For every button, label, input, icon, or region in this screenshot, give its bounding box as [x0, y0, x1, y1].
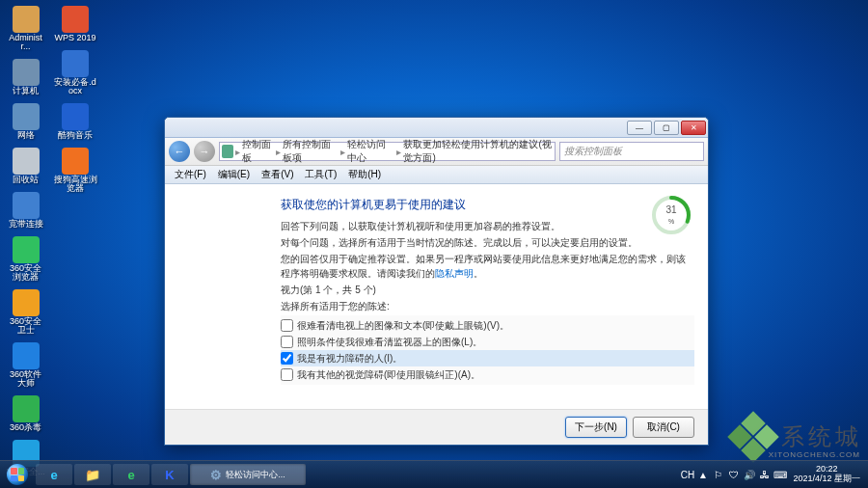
option-row[interactable]: 我是有视力障碍的人(I)。 — [281, 350, 694, 366]
icon-label: Administr... — [6, 34, 45, 51]
app-icon — [13, 395, 40, 422]
option-row[interactable]: 很难看清电视上的图像和文本(即使戴上眼镜)(V)。 — [281, 317, 694, 334]
icon-label: 360安全卫士 — [6, 317, 45, 335]
icon-label: 酷狗音乐 — [58, 131, 93, 140]
app-icon — [13, 289, 40, 316]
minimize-button[interactable]: — — [627, 121, 652, 135]
system-tray: CH▲⚐🛡🔊🖧⌨ 20:22 2021/4/12 星期一 — [677, 465, 868, 484]
taskbar-clock[interactable]: 20:22 2021/4/12 星期一 — [789, 465, 864, 484]
options-group: 很难看清电视上的图像和文本(即使戴上眼镜)(V)。照明条件使我很难看清监视器上的… — [281, 315, 694, 385]
tray-icon[interactable]: ⌨ — [773, 469, 786, 481]
clock-date: 2021/4/12 星期一 — [793, 474, 860, 484]
app-icon: ⚙ — [210, 468, 222, 482]
icon-label: 网络 — [17, 131, 35, 140]
icon-label: WPS 2019 — [54, 34, 95, 42]
section-step: 视力(第 1 个，共 5 个) — [281, 283, 694, 297]
app-icon — [13, 59, 40, 86]
taskbar-app-button[interactable]: e — [113, 464, 149, 485]
icon-label: 360软件大师 — [6, 370, 45, 388]
breadcrumb-item[interactable]: 所有控制面板项 — [283, 138, 339, 165]
option-checkbox[interactable] — [281, 368, 293, 381]
desktop-icons-column-2: WPS 2019安装必备.docx酷狗音乐搜狗高速浏览器 — [50, 4, 100, 199]
tray-icon[interactable]: CH — [681, 469, 693, 481]
app-icon — [13, 103, 40, 130]
cancel-button[interactable]: 取消(C) — [633, 417, 694, 438]
menu-item[interactable]: 查看(V) — [256, 168, 299, 181]
section-prompt: 选择所有适用于您的陈述: — [281, 299, 694, 313]
icon-label: 搜狗高速浏览器 — [52, 176, 98, 193]
desktop-icon[interactable]: 360安全浏览器 — [4, 234, 47, 284]
menu-item[interactable]: 文件(F) — [169, 168, 212, 181]
intro-text-2: 对每个问题，选择所有适用于当时情况的陈述。完成以后，可以决定要启用的设置。 — [281, 235, 694, 250]
window-titlebar[interactable]: — ▢ ✕ — [165, 118, 708, 138]
start-button[interactable] — [0, 461, 35, 488]
menu-item[interactable]: 编辑(E) — [212, 168, 256, 181]
tray-icon[interactable]: 🔊 — [743, 469, 755, 481]
watermark-subtext: XITONGCHENG.COM — [769, 450, 860, 459]
taskbar-app-button[interactable]: 📁 — [74, 464, 111, 485]
option-label: 照明条件使我很难看清监视器上的图像(L)。 — [297, 335, 482, 349]
close-button[interactable]: ✕ — [681, 121, 706, 135]
option-row[interactable]: 我有其他的视觉障碍(即使用眼镜纠正)(A)。 — [281, 366, 694, 383]
option-checkbox[interactable] — [281, 319, 293, 332]
desktop-icon[interactable]: 回收站 — [4, 146, 47, 186]
forward-button[interactable]: → — [194, 141, 215, 162]
desktop-icon[interactable]: 安装必备.docx — [50, 48, 100, 97]
desktop-icon[interactable]: 计算机 — [4, 57, 47, 97]
control-panel-window: — ▢ ✕ ← → ▸ 控制面板 ▸ 所有控制面板项 ▸ 轻松访问中心 ▸ 获取… — [164, 117, 709, 446]
tray-icon[interactable]: ⚐ — [712, 469, 724, 481]
breadcrumb[interactable]: ▸ 控制面板 ▸ 所有控制面板项 ▸ 轻松访问中心 ▸ 获取更加轻松使用计算机的… — [219, 142, 556, 161]
taskbar-app-button[interactable]: K — [151, 464, 188, 485]
menu-item[interactable]: 工具(T) — [299, 168, 342, 181]
app-icon: e — [50, 468, 57, 482]
taskbar[interactable]: e📁eK⚙轻松访问中心... CH▲⚐🛡🔊🖧⌨ 20:22 2021/4/12 … — [0, 460, 868, 488]
app-icon — [62, 6, 89, 33]
progress-unit: % — [668, 217, 674, 228]
back-button[interactable]: ← — [169, 141, 190, 162]
desktop-icon[interactable]: 搜狗高速浏览器 — [50, 146, 100, 195]
search-input[interactable]: 搜索控制面板 — [559, 142, 704, 161]
icon-label: 安装必备.docx — [52, 78, 98, 95]
page-heading: 获取使您的计算机更易于使用的建议 — [281, 196, 694, 213]
desktop-icon[interactable]: 网络 — [4, 101, 47, 142]
desktop-icons-column-1: Administr...计算机网络回收站宽带连接360安全浏览器360安全卫士3… — [4, 4, 47, 482]
desktop-icon[interactable]: 宽带连接 — [4, 190, 47, 230]
icon-label: 360杀毒 — [10, 423, 41, 432]
desktop-icon[interactable]: 酷狗音乐 — [50, 101, 100, 142]
taskbar-app-button[interactable]: ⚙轻松访问中心... — [190, 464, 306, 485]
icon-label: 宽带连接 — [9, 220, 43, 229]
maximize-button[interactable]: ▢ — [654, 121, 679, 135]
privacy-link[interactable]: 隐私声明 — [435, 268, 474, 279]
option-label: 很难看清电视上的图像和文本(即使戴上眼镜)(V)。 — [297, 318, 509, 333]
desktop-icon[interactable]: Administr... — [4, 4, 47, 53]
app-icon — [62, 103, 89, 130]
breadcrumb-item[interactable]: 控制面板 — [242, 138, 274, 165]
desktop-icon[interactable]: WPS 2019 — [50, 4, 100, 44]
desktop-icon[interactable]: 360杀毒 — [4, 393, 47, 434]
desktop: Administr...计算机网络回收站宽带连接360安全浏览器360安全卫士3… — [0, 0, 868, 488]
taskbar-app-button[interactable]: e — [36, 464, 72, 485]
tray-icon[interactable]: 🛡 — [727, 469, 740, 481]
desktop-icon[interactable]: 360安全卫士 — [4, 287, 47, 337]
menu-item[interactable]: 帮助(H) — [342, 168, 387, 181]
tray-icon[interactable]: ▲ — [696, 469, 709, 481]
icon-label: 计算机 — [13, 87, 39, 95]
option-label: 我是有视力障碍的人(I)。 — [297, 351, 402, 366]
next-button[interactable]: 下一步(N) — [565, 417, 627, 438]
tray-icon[interactable]: 🖧 — [758, 469, 771, 481]
intro-text-3: 您的回答仅用于确定推荐设置。如果另一程序或网站要使用此信息来更好地满足您的需求，… — [281, 252, 694, 281]
app-icon — [62, 50, 89, 77]
desktop-icon[interactable]: 360软件大师 — [4, 340, 47, 390]
breadcrumb-item[interactable]: 获取更加轻松使用计算机的建议(视觉方面) — [403, 138, 553, 165]
option-checkbox[interactable] — [281, 352, 293, 365]
progress-indicator: 31% — [650, 194, 692, 236]
option-checkbox[interactable] — [281, 336, 293, 348]
app-icon: K — [165, 468, 174, 482]
option-row[interactable]: 照明条件使我很难看清监视器上的图像(L)。 — [281, 334, 694, 350]
breadcrumb-item[interactable]: 轻松访问中心 — [347, 138, 395, 165]
menu-bar: 文件(F)编辑(E)查看(V)工具(T)帮助(H) — [165, 166, 708, 184]
button-row: 下一步(N) 取消(C) — [165, 409, 708, 445]
content-area: 31% 获取使您的计算机更易于使用的建议 回答下列问题，以获取使计算机视听和使用… — [165, 184, 708, 433]
option-label: 我有其他的视觉障碍(即使用眼镜纠正)(A)。 — [297, 367, 480, 382]
app-icon — [13, 342, 40, 369]
